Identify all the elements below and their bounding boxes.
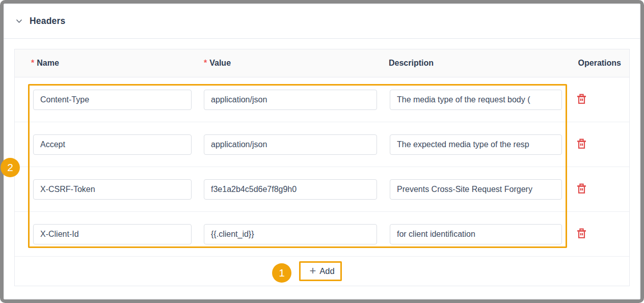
header-description-input[interactable] <box>390 90 562 110</box>
trash-icon <box>576 183 587 196</box>
section-divider <box>4 38 640 39</box>
trash-icon <box>576 228 587 240</box>
delete-header-button[interactable] <box>575 137 588 151</box>
header-value-input[interactable] <box>204 179 377 200</box>
column-header-description: Description <box>385 59 568 68</box>
header-row-content-type <box>15 77 629 122</box>
trash-icon <box>576 93 587 106</box>
required-marker: * <box>31 59 34 67</box>
column-header-value: *Value <box>199 59 385 68</box>
delete-header-button[interactable] <box>575 182 588 196</box>
header-name-input[interactable] <box>33 134 192 155</box>
delete-header-button[interactable] <box>575 227 588 240</box>
header-description-input[interactable] <box>390 179 562 200</box>
add-button-label: Add <box>319 266 334 276</box>
add-row: + Add <box>15 257 629 286</box>
required-marker: * <box>204 59 207 67</box>
header-row-csrf-token <box>15 167 629 212</box>
header-name-input[interactable] <box>33 224 192 244</box>
add-header-button[interactable]: + Add <box>305 264 338 279</box>
chevron-down-icon[interactable] <box>15 17 23 25</box>
header-value-input[interactable] <box>204 134 377 155</box>
headers-table: *Name *Value Description Operations <box>14 49 630 286</box>
header-name-input[interactable] <box>33 179 192 200</box>
header-row-client-id <box>15 212 629 257</box>
step-badge-2: 2 <box>1 158 20 177</box>
headers-config-panel: Headers *Name *Value Description Operati… <box>0 0 644 303</box>
header-name-input[interactable] <box>33 90 192 110</box>
column-header-operations: Operations <box>568 59 629 68</box>
column-header-name: *Name <box>15 59 199 68</box>
headers-section-header[interactable]: Headers <box>4 4 640 38</box>
trash-icon <box>576 138 587 151</box>
table-header-row: *Name *Value Description Operations <box>15 49 629 77</box>
step-badge-1: 1 <box>272 263 291 283</box>
plus-icon: + <box>309 265 316 277</box>
header-value-input[interactable] <box>204 90 377 110</box>
header-description-input[interactable] <box>390 224 562 244</box>
delete-header-button[interactable] <box>575 93 588 106</box>
section-title: Headers <box>30 16 65 26</box>
header-row-accept <box>15 122 629 167</box>
panel-content: Headers *Name *Value Description Operati… <box>4 4 640 299</box>
header-description-input[interactable] <box>390 134 562 155</box>
header-value-input[interactable] <box>204 224 377 244</box>
